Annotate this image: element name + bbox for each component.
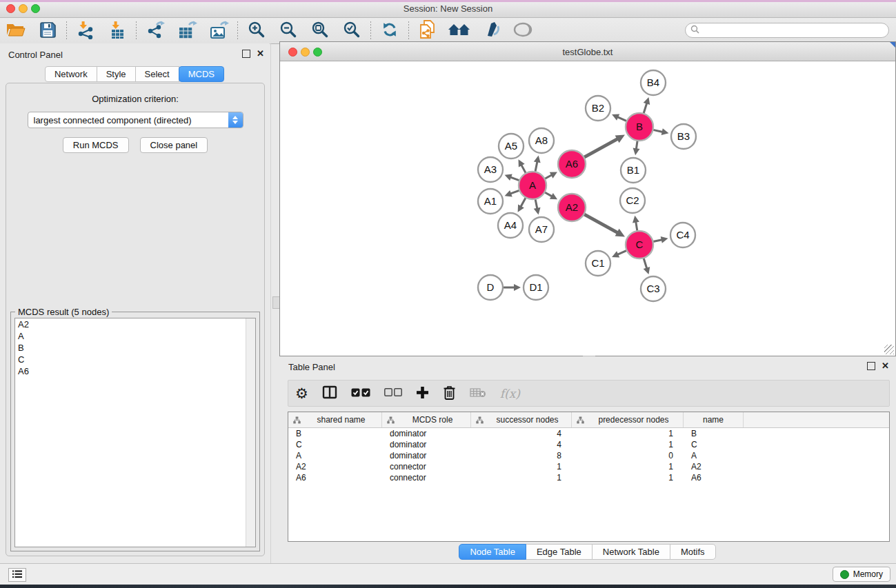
graph-edge-A6-B[interactable] — [585, 139, 617, 157]
table-cell[interactable]: C — [684, 440, 744, 449]
table-cell[interactable]: 1 — [471, 462, 572, 472]
tab-mcds[interactable]: MCDS — [179, 66, 224, 82]
close-panel-icon[interactable]: ✕ — [882, 363, 889, 369]
graph-edge-B-B2[interactable] — [618, 117, 626, 121]
delete-column-button[interactable] — [443, 385, 456, 402]
export-network-button[interactable] — [144, 21, 166, 41]
graph-edge-A-A4[interactable] — [521, 199, 525, 206]
node-table[interactable]: shared nameMCDS rolesuccessor nodesprede… — [288, 412, 890, 542]
table-settings-button[interactable]: ⚙ — [295, 387, 308, 401]
show-columns-button[interactable] — [322, 385, 337, 401]
table-cell[interactable]: connector — [382, 462, 471, 472]
export-table-button[interactable] — [176, 21, 198, 41]
table-cell[interactable]: dominator — [382, 429, 471, 438]
search-input[interactable] — [702, 25, 888, 36]
zoom-in-button[interactable] — [246, 21, 268, 41]
table-cell[interactable]: 1 — [572, 429, 684, 438]
table-cell[interactable]: C — [288, 440, 382, 449]
show-panels-button[interactable] — [8, 568, 26, 582]
table-cell[interactable]: dominator — [382, 451, 471, 460]
table-cell[interactable]: B — [684, 429, 744, 438]
column-header-predecessor-nodes[interactable]: predecessor nodes — [572, 412, 684, 427]
mcds-result-item[interactable]: C — [15, 354, 255, 365]
float-panel-icon[interactable] — [242, 50, 250, 58]
search-field[interactable] — [685, 23, 889, 38]
graph-edge-C-C1[interactable] — [618, 251, 626, 254]
tab-motifs[interactable]: Motifs — [670, 544, 716, 560]
run-mcds-button[interactable]: Run MCDS — [63, 137, 129, 153]
table-cell[interactable]: 1 — [471, 473, 572, 483]
new-network-button[interactable] — [417, 21, 439, 41]
tab-node-table[interactable]: Node Table — [459, 544, 526, 560]
import-network-button[interactable] — [74, 21, 97, 41]
export-image-button[interactable] — [208, 21, 230, 41]
table-row[interactable]: Adominator80A — [288, 450, 889, 461]
tab-select[interactable]: Select — [135, 66, 179, 82]
table-cell[interactable]: A — [288, 451, 382, 460]
graph-edge-A-A1[interactable] — [511, 191, 519, 194]
network-graph-canvas[interactable]: AA1A2A3A4A5A6A7A8BB1B2B3B4CC1C2C3C4DD1 — [280, 61, 895, 355]
mcds-result-item[interactable]: A2 — [15, 318, 255, 330]
tab-style[interactable]: Style — [97, 66, 136, 82]
table-row[interactable]: A2connector11A2 — [288, 461, 889, 472]
close-panel-button[interactable]: Close panel — [140, 137, 208, 153]
table-cell[interactable]: A2 — [684, 462, 744, 472]
table-cell[interactable]: dominator — [382, 440, 471, 449]
mcds-result-item[interactable]: B — [15, 342, 255, 354]
graph-edge-B-B4[interactable] — [644, 104, 646, 113]
column-header-name[interactable]: name — [684, 412, 744, 427]
table-cell[interactable]: 1 — [572, 462, 684, 472]
tab-network-table[interactable]: Network Table — [592, 544, 670, 560]
table-row[interactable]: A6connector11A6 — [288, 472, 889, 483]
zoom-selected-button[interactable] — [341, 21, 363, 41]
mcds-result-item[interactable]: A — [15, 330, 255, 342]
table-cell[interactable]: connector — [382, 473, 471, 483]
list-scrollbar[interactable] — [246, 318, 255, 547]
function-builder-button[interactable]: f(x) — [500, 387, 520, 401]
graph-edge-A-A8[interactable] — [535, 162, 537, 171]
select-all-columns-button[interactable] — [351, 388, 370, 399]
graph-edge-A-A2[interactable] — [546, 193, 552, 196]
table-cell[interactable]: B — [288, 429, 382, 438]
criterion-select[interactable]: largest connected component (directed) — [28, 112, 243, 128]
open-session-button[interactable] — [5, 21, 27, 41]
table-cell[interactable]: A — [684, 451, 744, 460]
table-cell[interactable]: A6 — [288, 473, 382, 483]
column-header-successor-nodes[interactable]: successor nodes — [471, 412, 572, 427]
unselect-all-columns-button[interactable] — [384, 388, 402, 398]
zoom-fit-button[interactable] — [309, 21, 331, 41]
graph-edge-C-C2[interactable] — [636, 223, 637, 230]
save-session-button[interactable] — [37, 21, 59, 41]
graph-edge-B-B3[interactable] — [654, 130, 662, 132]
graph-edge-A-A3[interactable] — [511, 177, 519, 180]
float-panel-icon[interactable] — [867, 362, 875, 370]
table-cell[interactable]: 1 — [572, 473, 684, 483]
home-button[interactable] — [448, 21, 470, 41]
import-table-button[interactable] — [106, 21, 128, 41]
graph-edge-C-C3[interactable] — [644, 259, 646, 268]
mcds-result-item[interactable]: A6 — [15, 365, 255, 377]
tab-edge-table[interactable]: Edge Table — [526, 544, 593, 560]
tab-network[interactable]: Network — [45, 66, 97, 82]
graph-edge-C-C4[interactable] — [654, 240, 661, 241]
graph-edge-A-A7[interactable] — [535, 200, 537, 208]
table-cell[interactable]: 1 — [572, 440, 684, 449]
table-cell[interactable]: A6 — [684, 473, 744, 483]
graph-edge-A-A6[interactable] — [546, 175, 551, 178]
graph-edge-B-B1[interactable] — [637, 141, 637, 148]
graphics-details-button[interactable] — [480, 21, 502, 41]
zoom-out-button[interactable] — [277, 21, 299, 41]
graph-edge-A2-C[interactable] — [585, 214, 617, 232]
close-panel-icon[interactable]: ✕ — [257, 50, 264, 57]
graph-edge-A-A5[interactable] — [521, 165, 525, 172]
table-row[interactable]: Cdominator41C — [288, 439, 889, 450]
table-cell[interactable]: 0 — [572, 451, 684, 460]
table-cell[interactable]: 4 — [471, 429, 572, 438]
memory-button[interactable]: Memory — [833, 567, 890, 582]
table-row[interactable]: Bdominator41B — [288, 428, 889, 439]
refresh-button[interactable] — [379, 21, 401, 41]
table-cell[interactable]: 8 — [471, 451, 572, 460]
table-cell[interactable]: A2 — [288, 462, 382, 472]
column-header-shared-name[interactable]: shared name — [288, 412, 382, 427]
birds-eye-button[interactable] — [512, 21, 534, 41]
